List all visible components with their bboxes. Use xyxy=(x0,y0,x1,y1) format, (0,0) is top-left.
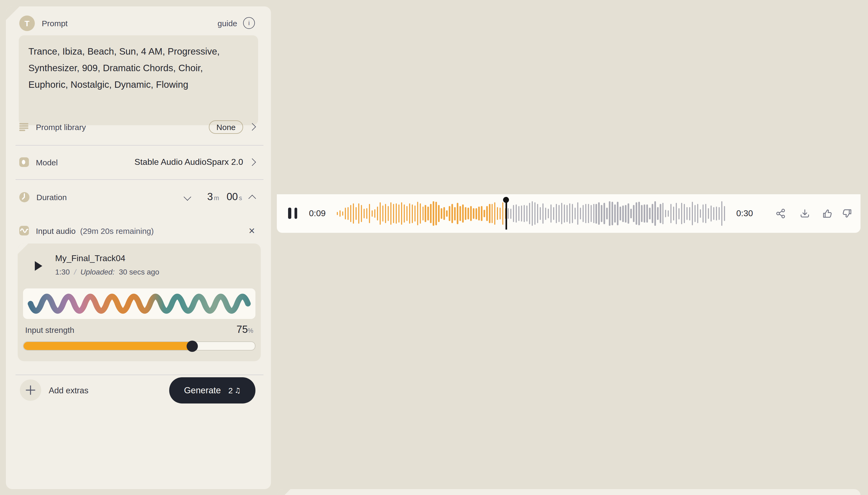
duration-label: Duration xyxy=(36,192,67,202)
input-file-duration: 1:30 xyxy=(55,268,70,276)
generate-button[interactable]: Generate 2 ♫ xyxy=(169,377,255,404)
thumbs-down-icon[interactable] xyxy=(842,208,852,219)
input-audio-label: Input audio (29m 20s remaining) xyxy=(36,226,154,235)
duration-clock-icon xyxy=(19,192,30,202)
duration-minutes-unit: m xyxy=(214,195,219,201)
total-time: 0:30 xyxy=(736,209,753,218)
model-icon xyxy=(19,157,29,167)
prompt-header-row: T Prompt guide i xyxy=(19,15,255,31)
thumbs-up-icon[interactable] xyxy=(822,208,833,219)
chevron-right-icon xyxy=(248,123,256,131)
add-extras-button[interactable] xyxy=(20,379,41,401)
elapsed-time: 0:09 xyxy=(309,209,326,218)
input-file-meta: 1:30 / Uploaded: 30 secs ago xyxy=(55,268,159,276)
model-label: Model xyxy=(36,158,58,167)
prompt-library-icon xyxy=(19,123,29,131)
music-note-icon: ♫ xyxy=(234,386,240,394)
app: T Prompt guide i Trance, Ibiza, Beach, S… xyxy=(0,0,868,495)
input-audio-icon xyxy=(19,226,29,236)
guide-link[interactable]: guide xyxy=(218,18,237,28)
prompt-icon: T xyxy=(19,15,35,31)
now-playing-panel: Atmospheres, Orchestral Drone, Bass Sc..… xyxy=(277,489,861,495)
input-strength-value: 75 xyxy=(236,324,248,335)
download-icon[interactable] xyxy=(799,208,810,219)
slider-fill xyxy=(23,342,193,350)
input-strength-unit: % xyxy=(248,327,253,334)
prompt-input[interactable]: Trance, Ibiza, Beach, Sun, 4 AM, Progres… xyxy=(19,35,258,125)
prompt-label: Prompt xyxy=(42,18,68,28)
input-audio-card: My_Final_Track04 1:30 / Uploaded: 30 sec… xyxy=(18,243,261,361)
player-waveform[interactable] xyxy=(337,200,729,227)
generate-credits: 2 xyxy=(228,386,233,395)
input-strength-row: Input strength 75% xyxy=(25,324,253,336)
playhead[interactable] xyxy=(505,197,507,229)
duration-seconds-unit: s xyxy=(239,195,242,201)
player-bar: 0:09 0:30 xyxy=(277,194,861,233)
input-strength-label: Input strength xyxy=(25,325,74,335)
duration-increase-chevron[interactable] xyxy=(248,195,256,202)
duration-decrease-chevron[interactable] xyxy=(184,193,191,201)
input-audio-waveform xyxy=(23,288,255,319)
generate-label: Generate xyxy=(184,385,221,395)
input-strength-slider[interactable] xyxy=(23,341,255,351)
divider xyxy=(16,375,264,375)
duration-seconds[interactable]: 00 xyxy=(227,191,238,202)
prompt-library-row[interactable]: Prompt library None xyxy=(19,118,255,135)
info-icon[interactable]: i xyxy=(243,17,255,29)
divider xyxy=(16,179,264,180)
duration-minutes[interactable]: 3 xyxy=(207,191,213,202)
divider xyxy=(16,145,264,146)
input-file-name: My_Final_Track04 xyxy=(55,254,125,263)
uploaded-value: 30 secs ago xyxy=(119,268,159,276)
model-value: Stable Audio AudioSparx 2.0 xyxy=(134,157,243,167)
input-audio-header-row: Input audio (29m 20s remaining) × xyxy=(19,223,255,239)
play-input-audio-button[interactable] xyxy=(35,261,42,271)
uploaded-label: Uploaded: xyxy=(80,268,115,276)
prompt-text: Trance, Ibiza, Beach, Sun, 4 AM, Progres… xyxy=(28,43,241,93)
close-icon[interactable]: × xyxy=(249,226,255,235)
add-extras-label: Add extras xyxy=(49,386,88,395)
pause-button[interactable] xyxy=(288,208,297,219)
prompt-library-value[interactable]: None xyxy=(209,120,243,134)
model-row[interactable]: Model Stable Audio AudioSparx 2.0 xyxy=(19,153,255,171)
share-icon[interactable] xyxy=(775,208,786,219)
duration-row: Duration 3m 00s xyxy=(19,187,255,207)
slider-knob[interactable] xyxy=(187,340,198,352)
prompt-library-label: Prompt library xyxy=(36,122,86,131)
generation-sidebar: T Prompt guide i Trance, Ibiza, Beach, S… xyxy=(6,6,271,489)
chevron-right-icon xyxy=(248,158,256,166)
